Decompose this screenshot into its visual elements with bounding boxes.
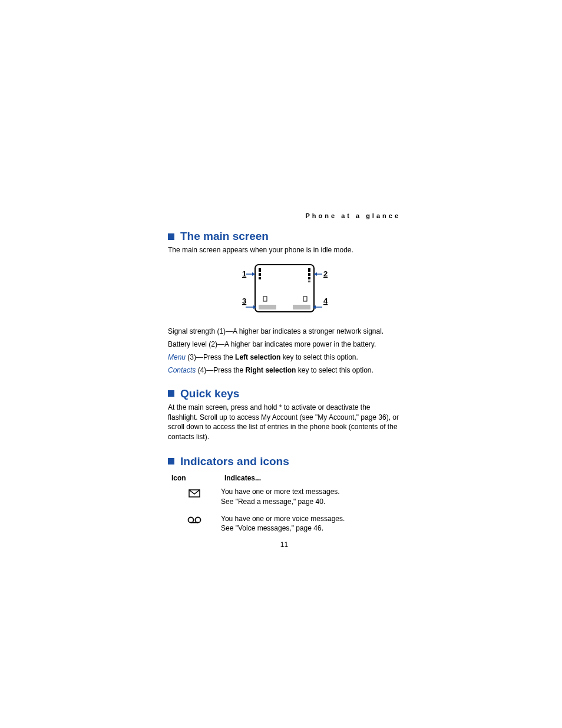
table-header: Icon Indicates... [168,474,401,482]
heading-text: The main screen [180,230,269,243]
document-page: Phone at a glance The main screen The ma… [168,212,401,549]
svg-rect-4 [308,268,310,272]
svg-rect-11 [303,297,307,301]
section-heading-indicators: Indicators and icons [168,455,401,468]
svg-rect-10 [263,297,267,301]
svg-rect-6 [308,277,310,279]
callout-4: 4 [323,297,328,305]
col-indicates-header: Indicates... [224,474,401,482]
svg-rect-1 [259,268,261,272]
desc-signal: Signal strength (1)—A higher bar indicat… [168,327,401,335]
table-row: You have one or more voice messages. See… [168,514,401,534]
col-icon-header: Icon [168,474,224,482]
square-bullet-icon [168,458,174,465]
indicator-text: You have one or more text messages. See … [221,487,401,507]
menu-link: Menu [168,353,186,361]
phone-screen-figure: 1 2 3 4 [168,261,401,318]
heading-text: Quick keys [180,387,239,400]
desc-menu: Menu (3)—Press the Left selection key to… [168,353,401,361]
svg-rect-9 [293,305,310,309]
svg-rect-5 [308,273,310,276]
section-heading-quick-keys: Quick keys [168,387,401,400]
svg-point-22 [196,517,201,522]
contacts-link: Contacts [168,366,196,374]
svg-rect-7 [308,281,310,282]
square-bullet-icon [168,390,174,397]
intro-text: The main screen appears when your phone … [168,245,401,255]
desc-battery: Battery level (2)—A higher bar indicates… [168,340,401,348]
envelope-icon [168,487,221,498]
svg-rect-8 [259,305,276,309]
indicator-text: You have one or more voice messages. See… [221,514,401,534]
svg-rect-2 [259,273,261,276]
svg-rect-3 [259,277,261,279]
desc-contacts: Contacts (4)—Press the Right selection k… [168,366,401,374]
running-header: Phone at a glance [168,212,401,219]
section-heading-main-screen: The main screen [168,230,401,243]
table-row: You have one or more text messages. See … [168,487,401,507]
indicator-table: Icon Indicates... You have one or more t… [168,474,401,533]
svg-point-21 [189,517,194,522]
callout-2: 2 [323,269,328,278]
quick-keys-text: At the main screen, press and hold * to … [168,403,401,442]
voicemail-icon [168,514,221,523]
heading-text: Indicators and icons [180,455,289,468]
page-number: 11 [168,541,401,549]
square-bullet-icon [168,233,174,240]
callout-3: 3 [242,297,246,305]
